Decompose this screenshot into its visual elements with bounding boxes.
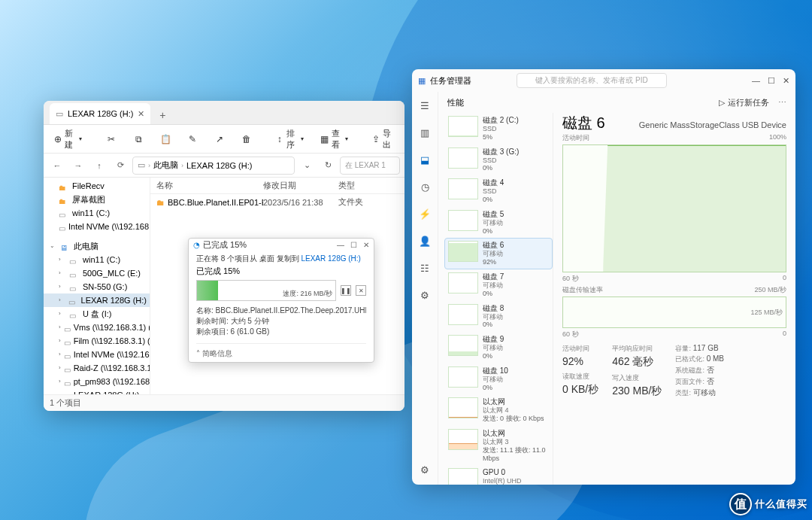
copy-icon: ⧉: [133, 134, 144, 144]
nav-sn550[interactable]: ›▭SN-550 (G:): [44, 280, 150, 293]
cut-button[interactable]: ✂: [102, 132, 121, 147]
nav-film[interactable]: ›▭Film (\\192.168.3.1) (W:): [44, 334, 150, 348]
nav-lexar[interactable]: ›▭LEXAR 128G (H:): [44, 293, 150, 307]
pc-icon: 🖥: [60, 242, 71, 251]
perf-thumb-chart: [448, 335, 478, 356]
nav-intel2[interactable]: ›▭Intel NVMe (\\192.168.3.1) (X:): [44, 348, 150, 361]
users-tab[interactable]: 👤: [416, 232, 434, 250]
dropdown-button[interactable]: ⌄: [298, 157, 316, 175]
refresh-button[interactable]: ⟳: [111, 157, 129, 175]
nav-pm983[interactable]: ›▭pt_pm983 (\\192.168.3.1) (Z:): [44, 375, 150, 388]
explorer-tab[interactable]: ▭ LEXAR 128G (H:) ✕: [50, 103, 150, 124]
status-bar: 1 个项目: [44, 394, 404, 411]
nav-lexar2[interactable]: ⌄▭LEXAR 128G (H:): [44, 388, 150, 394]
maximize-button[interactable]: ☐: [768, 76, 775, 86]
task-manager-window: ▦ 任务管理器 键入要搜索的名称、发布者或 PID — ☐ ✕ ☰ ▥ ⬓ ◷ …: [412, 69, 795, 485]
device-name: Generic MassStorageClass USB Device: [639, 120, 786, 129]
more-button[interactable]: ⋯: [778, 98, 786, 108]
share-button[interactable]: ↗: [210, 132, 229, 147]
new-button[interactable]: ⊕新建▾: [50, 126, 86, 153]
minimize-button[interactable]: —: [337, 241, 344, 249]
perf-item[interactable]: 磁盘 6可移动92%: [444, 238, 553, 269]
perf-item[interactable]: 磁盘 7可移动0%: [444, 269, 553, 301]
tm-title: 任务管理器: [430, 75, 471, 87]
nav-vms[interactable]: ›▭Vms (\\192.168.3.1) (V:): [44, 321, 150, 334]
nav-raidz[interactable]: ›▭Raid-Z (\\192.168.3.1) (Y:): [44, 361, 150, 375]
delete-button[interactable]: 🗑: [237, 132, 256, 147]
startup-tab[interactable]: ⚡: [416, 205, 434, 223]
drive-icon: ▭: [69, 255, 80, 264]
perf-thumb-chart: [448, 468, 478, 485]
copy-button[interactable]: ⧉: [129, 132, 148, 147]
perf-item[interactable]: 磁盘 4SSD0%: [444, 175, 553, 207]
details-tab[interactable]: ☷: [416, 259, 434, 277]
nav-intel-nvme[interactable]: ▭Intel NVMe (\\192.168.3.1) (X:): [44, 220, 150, 233]
nav-win11[interactable]: ▭win11 (C:): [44, 206, 150, 220]
rename-button[interactable]: ✎: [183, 132, 202, 147]
plus-icon: ⊕: [54, 134, 62, 144]
nav-mlc[interactable]: ›▭500G_MLC (E:): [44, 266, 150, 280]
perf-item[interactable]: 磁盘 3 (G:)SSD0%: [444, 144, 553, 176]
nav-udisk[interactable]: ›▭U 盘 (I:): [44, 307, 150, 321]
menu-button[interactable]: ☰: [416, 96, 434, 114]
up-button[interactable]: ↑: [90, 157, 108, 175]
perf-thumb-chart: [448, 147, 478, 169]
column-type[interactable]: 类型: [338, 180, 383, 191]
settings-button[interactable]: ⚙: [416, 461, 434, 479]
paste-button[interactable]: 📋: [156, 132, 175, 147]
perf-thumb-chart: [448, 272, 478, 293]
active-time: 92%: [562, 355, 598, 367]
file-date: 2023/5/16 21:38: [263, 198, 338, 207]
performance-tab[interactable]: ⬓: [416, 151, 434, 169]
cancel-button[interactable]: ✕: [356, 285, 366, 296]
perf-thumb-chart: [448, 178, 478, 199]
processes-tab[interactable]: ▥: [416, 123, 434, 141]
refresh2-button[interactable]: ↻: [319, 157, 337, 175]
write-speed: 230 MB/秒: [612, 385, 662, 398]
column-name[interactable]: 名称: [150, 180, 263, 191]
nav-win11c[interactable]: ›▭win11 (C:): [44, 253, 150, 266]
file-row[interactable]: 🖿BBC.Blue.Planet.II.EP01-EP07.2017.UHD.B…: [150, 194, 404, 210]
close-tab-icon[interactable]: ✕: [138, 109, 144, 119]
perf-item[interactable]: 磁盘 10可移动0%: [444, 363, 553, 395]
forward-button[interactable]: →: [69, 157, 87, 175]
tm-search-input[interactable]: 键入要搜索的名称、发布者或 PID: [517, 73, 667, 88]
minimize-button[interactable]: —: [752, 76, 760, 86]
pause-button[interactable]: ❚❚: [341, 285, 351, 296]
search-input[interactable]: 在 LEXAR 1: [340, 157, 400, 175]
breadcrumb-pc[interactable]: 此电脑: [153, 160, 178, 171]
nav-this-pc[interactable]: ⌄🖥此电脑: [44, 239, 150, 253]
network-drive-icon: ▭: [64, 363, 71, 373]
perf-item[interactable]: 磁盘 5可移动0%: [444, 207, 553, 239]
more-details-toggle[interactable]: ˄ 简略信息: [196, 343, 366, 359]
perf-item[interactable]: 磁盘 8可移动0%: [444, 301, 553, 333]
perf-item[interactable]: 以太网以太网 4发送: 0 接收: 0 Kbps: [444, 394, 553, 426]
drive-icon: ▭: [69, 282, 80, 291]
breadcrumb[interactable]: ▭ › 此电脑 › LEXAR 128G (H:): [132, 157, 295, 175]
close-button[interactable]: ✕: [783, 76, 789, 86]
explorer-toolbar: ⊕新建▾ ✂ ⧉ 📋 ✎ ↗ 🗑 ↕排序▾ ▦查看▾ ⇪导出 ⋯: [44, 125, 404, 154]
perf-item[interactable]: 以太网以太网 3发送: 11.1 接收: 11.0 Mbps: [444, 426, 553, 465]
close-button[interactable]: ✕: [363, 241, 369, 249]
chevron-down-icon: ⌄: [50, 239, 57, 253]
maximize-button[interactable]: ☐: [350, 241, 357, 249]
perf-item[interactable]: 磁盘 2 (C:)SSD5%: [444, 113, 553, 144]
perf-item[interactable]: 磁盘 9可移动0%: [444, 332, 553, 363]
history-tab[interactable]: ◷: [416, 178, 434, 196]
perf-item[interactable]: GPU 0Intel(R) UHD Graphics 7700%: [444, 465, 553, 485]
services-tab[interactable]: ⚙: [416, 286, 434, 304]
back-button[interactable]: ←: [48, 157, 66, 175]
sort-button[interactable]: ↕排序▾: [271, 126, 308, 153]
nav-screenshot[interactable]: 🖿屏幕截图: [44, 193, 150, 206]
export-button[interactable]: ⇪导出: [368, 126, 398, 153]
new-tab-button[interactable]: +: [153, 106, 171, 124]
copy-title-bar[interactable]: ◔ 已完成 15% — ☐ ✕: [189, 239, 374, 251]
column-date[interactable]: 修改日期: [263, 180, 338, 191]
nav-filerecv[interactable]: 🖿FileRecv: [44, 179, 150, 193]
view-button[interactable]: ▦查看▾: [316, 126, 353, 153]
network-drive-icon: ▭: [64, 336, 71, 345]
tm-title-bar[interactable]: ▦ 任务管理器 键入要搜索的名称、发布者或 PID — ☐ ✕: [412, 69, 795, 92]
breadcrumb-drive[interactable]: LEXAR 128G (H:): [186, 161, 252, 170]
drive-icon: ▭: [59, 208, 69, 217]
run-new-task-button[interactable]: ▷运行新任务: [719, 97, 769, 108]
